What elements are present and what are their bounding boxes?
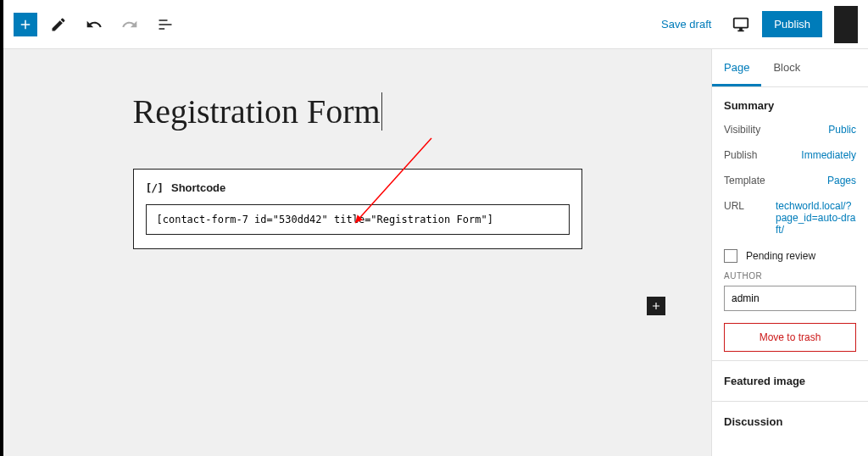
summary-title: Summary	[724, 99, 856, 112]
visibility-row: Visibility Public	[724, 124, 856, 136]
template-row: Template Pages	[724, 175, 856, 186]
preview-button[interactable]	[728, 12, 754, 37]
top-toolbar: Save draft Publish	[3, 0, 868, 49]
publish-button[interactable]: Publish	[762, 11, 822, 37]
save-draft-button[interactable]: Save draft	[653, 13, 720, 36]
shortcode-label: Shortcode	[171, 181, 225, 194]
publish-date-label: Publish	[724, 149, 757, 161]
author-select[interactable]	[724, 286, 856, 311]
undo-icon	[86, 16, 103, 33]
publish-date-value[interactable]: Immediately	[801, 149, 856, 161]
sidebar-tabs: Page Block	[712, 49, 868, 87]
pending-review-checkbox[interactable]	[724, 249, 737, 263]
shortcode-icon: [/]	[146, 181, 163, 194]
template-value[interactable]: Pages	[827, 175, 856, 186]
pending-review-label: Pending review	[746, 250, 815, 262]
tab-block[interactable]: Block	[761, 49, 812, 86]
document-overview-button[interactable]	[151, 10, 180, 39]
list-icon	[157, 16, 174, 33]
edit-mode-button[interactable]	[44, 10, 73, 39]
author-label: AUTHOR	[724, 271, 856, 281]
undo-button[interactable]	[80, 10, 108, 39]
publish-row: Publish Immediately	[724, 149, 856, 161]
template-label: Template	[724, 175, 765, 186]
plus-icon	[18, 17, 33, 32]
main-area: Registration Form [/] Shortcode	[3, 49, 868, 456]
toolbar-right: Save draft Publish	[653, 6, 858, 43]
url-row: URL techworld.local/?page_id=auto-draft/	[724, 200, 856, 236]
pending-review-row[interactable]: Pending review	[724, 249, 856, 263]
toolbar-left	[14, 10, 180, 39]
url-value[interactable]: techworld.local/?page_id=auto-draft/	[776, 200, 856, 236]
featured-image-panel[interactable]: Featured image	[712, 360, 868, 401]
url-label: URL	[724, 200, 744, 236]
visibility-label: Visibility	[724, 124, 760, 136]
editor-content: Registration Form [/] Shortcode	[133, 92, 582, 249]
insert-block-button[interactable]	[647, 297, 665, 315]
add-block-button[interactable]	[14, 13, 37, 36]
tab-page[interactable]: Page	[712, 49, 761, 86]
redo-icon	[121, 16, 138, 33]
shortcode-header: [/] Shortcode	[146, 181, 570, 194]
shortcode-input[interactable]	[146, 204, 570, 235]
editor-app: Save draft Publish Registration Form [/]…	[0, 0, 868, 456]
shortcode-block[interactable]: [/] Shortcode	[133, 169, 582, 249]
settings-button[interactable]	[834, 6, 858, 43]
visibility-value[interactable]: Public	[828, 124, 856, 136]
editor-canvas[interactable]: Registration Form [/] Shortcode	[3, 49, 711, 456]
plus-icon	[650, 300, 662, 312]
redo-button[interactable]	[115, 10, 144, 39]
pencil-icon	[50, 16, 67, 33]
settings-sidebar: Page Block Summary Visibility Public Pub…	[711, 49, 868, 456]
desktop-icon	[732, 15, 750, 34]
text-cursor	[381, 92, 382, 131]
page-title-input[interactable]: Registration Form	[133, 92, 582, 138]
summary-section: Summary Visibility Public Publish Immedi…	[712, 87, 868, 360]
move-to-trash-button[interactable]: Move to trash	[724, 323, 856, 352]
discussion-panel[interactable]: Discussion	[712, 401, 868, 442]
page-title-text: Registration Form	[133, 92, 381, 131]
